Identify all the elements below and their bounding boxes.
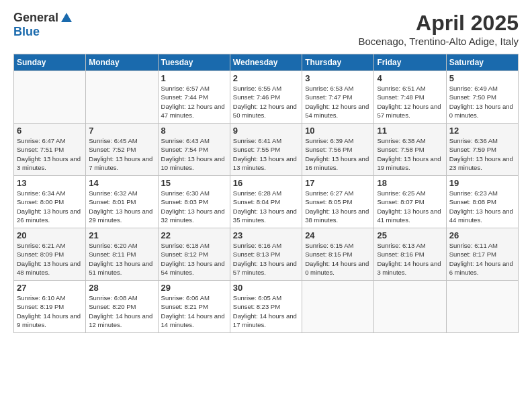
day-number: 14	[89, 178, 154, 188]
calendar-cell: 2Sunrise: 6:55 AM Sunset: 7:46 PM Daylig…	[230, 71, 302, 124]
day-number: 3	[305, 73, 371, 83]
day-info: Sunrise: 6:27 AM Sunset: 8:05 PM Dayligh…	[305, 189, 371, 224]
calendar-cell: 10Sunrise: 6:39 AM Sunset: 7:56 PM Dayli…	[302, 124, 374, 176]
day-info: Sunrise: 6:49 AM Sunset: 7:50 PM Dayligh…	[449, 84, 515, 120]
day-number: 20	[17, 230, 83, 240]
calendar-cell: 27Sunrise: 6:10 AM Sunset: 8:19 PM Dayli…	[14, 281, 86, 333]
calendar-cell	[302, 281, 374, 333]
col-header-tuesday: Tuesday	[158, 54, 230, 71]
day-info: Sunrise: 6:08 AM Sunset: 8:20 PM Dayligh…	[89, 293, 154, 329]
col-header-thursday: Thursday	[302, 54, 374, 71]
calendar-cell: 20Sunrise: 6:21 AM Sunset: 8:09 PM Dayli…	[14, 228, 86, 281]
calendar-cell: 23Sunrise: 6:16 AM Sunset: 8:13 PM Dayli…	[230, 228, 302, 281]
day-number: 11	[377, 126, 443, 136]
calendar-cell: 11Sunrise: 6:38 AM Sunset: 7:58 PM Dayli…	[374, 124, 446, 176]
day-info: Sunrise: 6:21 AM Sunset: 8:09 PM Dayligh…	[17, 241, 83, 277]
calendar-cell: 24Sunrise: 6:15 AM Sunset: 8:15 PM Dayli…	[302, 228, 374, 281]
day-info: Sunrise: 6:45 AM Sunset: 7:52 PM Dayligh…	[89, 136, 154, 172]
calendar-cell	[86, 71, 158, 124]
calendar-cell: 3Sunrise: 6:53 AM Sunset: 7:47 PM Daylig…	[302, 71, 374, 124]
day-info: Sunrise: 6:34 AM Sunset: 8:00 PM Dayligh…	[17, 189, 83, 224]
day-info: Sunrise: 6:57 AM Sunset: 7:44 PM Dayligh…	[161, 84, 227, 120]
day-number: 23	[233, 230, 299, 240]
calendar-cell: 9Sunrise: 6:41 AM Sunset: 7:55 PM Daylig…	[230, 124, 302, 176]
calendar-week-row: 27Sunrise: 6:10 AM Sunset: 8:19 PM Dayli…	[14, 281, 519, 333]
logo: General Blue	[13, 11, 73, 39]
day-number: 17	[305, 178, 371, 188]
day-info: Sunrise: 6:55 AM Sunset: 7:46 PM Dayligh…	[233, 84, 299, 120]
svg-marker-0	[61, 13, 72, 22]
day-info: Sunrise: 6:20 AM Sunset: 8:11 PM Dayligh…	[89, 241, 154, 277]
calendar-cell: 30Sunrise: 6:05 AM Sunset: 8:23 PM Dayli…	[230, 281, 302, 333]
day-number: 6	[17, 126, 83, 136]
day-info: Sunrise: 6:13 AM Sunset: 8:16 PM Dayligh…	[377, 241, 443, 277]
day-number: 8	[161, 126, 227, 136]
day-info: Sunrise: 6:18 AM Sunset: 8:12 PM Dayligh…	[161, 241, 227, 277]
day-number: 7	[89, 126, 154, 136]
day-number: 29	[161, 283, 227, 293]
calendar-week-row: 6Sunrise: 6:47 AM Sunset: 7:51 PM Daylig…	[14, 124, 519, 176]
day-number: 4	[377, 73, 443, 83]
calendar-cell: 7Sunrise: 6:45 AM Sunset: 7:52 PM Daylig…	[86, 124, 158, 176]
day-number: 1	[161, 73, 227, 83]
day-info: Sunrise: 6:10 AM Sunset: 8:19 PM Dayligh…	[17, 293, 83, 329]
day-info: Sunrise: 6:39 AM Sunset: 7:56 PM Dayligh…	[305, 136, 371, 172]
day-number: 2	[233, 73, 299, 83]
calendar-cell: 15Sunrise: 6:30 AM Sunset: 8:03 PM Dayli…	[158, 176, 230, 228]
calendar-week-row: 1Sunrise: 6:57 AM Sunset: 7:44 PM Daylig…	[14, 71, 519, 124]
col-header-sunday: Sunday	[14, 54, 86, 71]
title-block: April 2025 Bocenago, Trentino-Alto Adige…	[359, 11, 519, 47]
col-header-friday: Friday	[374, 54, 446, 71]
day-number: 21	[89, 230, 154, 240]
day-info: Sunrise: 6:06 AM Sunset: 8:21 PM Dayligh…	[161, 293, 227, 329]
month-title: April 2025	[359, 11, 519, 36]
day-info: Sunrise: 6:16 AM Sunset: 8:13 PM Dayligh…	[233, 241, 299, 277]
col-header-monday: Monday	[86, 54, 158, 71]
calendar-cell: 5Sunrise: 6:49 AM Sunset: 7:50 PM Daylig…	[446, 71, 518, 124]
calendar-week-row: 13Sunrise: 6:34 AM Sunset: 8:00 PM Dayli…	[14, 176, 519, 228]
day-number: 25	[377, 230, 443, 240]
day-info: Sunrise: 6:25 AM Sunset: 8:07 PM Dayligh…	[377, 189, 443, 224]
calendar-cell: 14Sunrise: 6:32 AM Sunset: 8:01 PM Dayli…	[86, 176, 158, 228]
calendar-cell: 25Sunrise: 6:13 AM Sunset: 8:16 PM Dayli…	[374, 228, 446, 281]
day-number: 10	[305, 126, 371, 136]
day-info: Sunrise: 6:28 AM Sunset: 8:04 PM Dayligh…	[233, 189, 299, 224]
col-header-saturday: Saturday	[446, 54, 518, 71]
logo-blue-text: Blue	[13, 25, 40, 39]
calendar-cell: 13Sunrise: 6:34 AM Sunset: 8:00 PM Dayli…	[14, 176, 86, 228]
day-number: 5	[449, 73, 515, 83]
calendar-cell: 17Sunrise: 6:27 AM Sunset: 8:05 PM Dayli…	[302, 176, 374, 228]
calendar-cell: 16Sunrise: 6:28 AM Sunset: 8:04 PM Dayli…	[230, 176, 302, 228]
day-info: Sunrise: 6:30 AM Sunset: 8:03 PM Dayligh…	[161, 189, 227, 224]
day-info: Sunrise: 6:36 AM Sunset: 7:59 PM Dayligh…	[449, 136, 515, 172]
calendar-cell	[446, 281, 518, 333]
calendar-cell: 12Sunrise: 6:36 AM Sunset: 7:59 PM Dayli…	[446, 124, 518, 176]
day-info: Sunrise: 6:38 AM Sunset: 7:58 PM Dayligh…	[377, 136, 443, 172]
day-number: 13	[17, 178, 83, 188]
calendar-cell: 6Sunrise: 6:47 AM Sunset: 7:51 PM Daylig…	[14, 124, 86, 176]
day-number: 28	[89, 283, 154, 293]
calendar-cell: 29Sunrise: 6:06 AM Sunset: 8:21 PM Dayli…	[158, 281, 230, 333]
day-info: Sunrise: 6:32 AM Sunset: 8:01 PM Dayligh…	[89, 189, 154, 224]
day-number: 9	[233, 126, 299, 136]
day-info: Sunrise: 6:23 AM Sunset: 8:08 PM Dayligh…	[449, 189, 515, 224]
calendar-cell: 1Sunrise: 6:57 AM Sunset: 7:44 PM Daylig…	[158, 71, 230, 124]
day-number: 30	[233, 283, 299, 293]
day-info: Sunrise: 6:11 AM Sunset: 8:17 PM Dayligh…	[449, 241, 515, 277]
logo-general-text: General	[13, 11, 58, 25]
day-number: 18	[377, 178, 443, 188]
day-number: 27	[17, 283, 83, 293]
calendar-cell: 19Sunrise: 6:23 AM Sunset: 8:08 PM Dayli…	[446, 176, 518, 228]
logo-icon	[60, 11, 73, 25]
calendar-header-row: SundayMondayTuesdayWednesdayThursdayFrid…	[14, 54, 519, 71]
location-title: Bocenago, Trentino-Alto Adige, Italy	[359, 36, 519, 47]
day-info: Sunrise: 6:41 AM Sunset: 7:55 PM Dayligh…	[233, 136, 299, 172]
day-number: 16	[233, 178, 299, 188]
calendar-cell: 18Sunrise: 6:25 AM Sunset: 8:07 PM Dayli…	[374, 176, 446, 228]
day-number: 19	[449, 178, 515, 188]
day-number: 24	[305, 230, 371, 240]
day-info: Sunrise: 6:15 AM Sunset: 8:15 PM Dayligh…	[305, 241, 371, 277]
calendar-cell	[14, 71, 86, 124]
calendar-cell: 28Sunrise: 6:08 AM Sunset: 8:20 PM Dayli…	[86, 281, 158, 333]
calendar-cell: 26Sunrise: 6:11 AM Sunset: 8:17 PM Dayli…	[446, 228, 518, 281]
